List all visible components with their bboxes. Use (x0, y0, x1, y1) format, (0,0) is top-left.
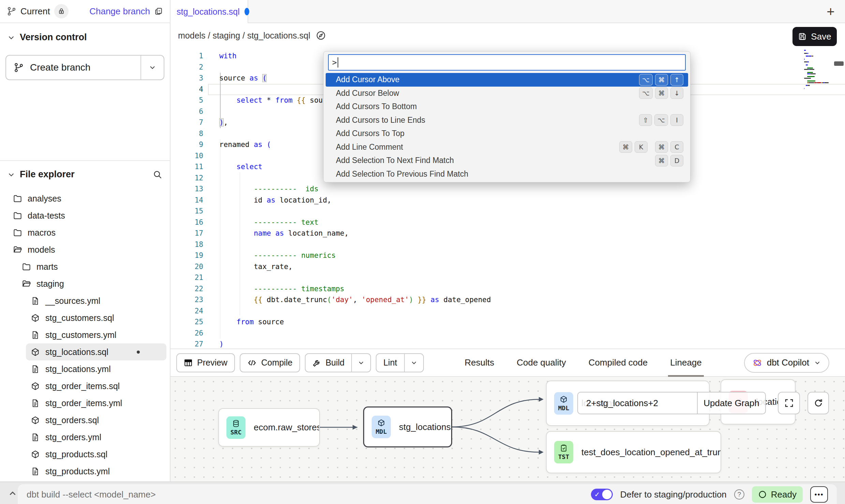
lineage-node-test[interactable]: TST test_does_location_opened_at_trunc_t… (546, 431, 721, 473)
file-item-stg-customers-sql[interactable]: stg_customers.sql (26, 309, 166, 326)
copy-icon[interactable] (154, 7, 163, 16)
fullscreen-button[interactable] (778, 392, 800, 414)
command-palette: > Add Cursor Above⌥⌘↑Add Cursor Below⌥⌘↓… (323, 51, 691, 182)
build-button[interactable]: Build (305, 353, 371, 372)
wrench-icon (312, 358, 321, 367)
change-branch-link[interactable]: Change branch (89, 6, 150, 17)
git-branch-icon (7, 6, 16, 16)
file-item-analyses[interactable]: analyses (8, 190, 166, 207)
search-icon[interactable] (153, 170, 162, 179)
preview-button[interactable]: Preview (176, 353, 235, 372)
cube-icon (31, 347, 40, 357)
fullscreen-icon (784, 398, 794, 408)
file-item-stg-products-sql[interactable]: stg_products.sql (26, 446, 166, 463)
table-icon (184, 358, 193, 367)
cube-icon (31, 313, 40, 323)
file-item-stg-order-items-sql[interactable]: stg_order_items.sql (26, 377, 166, 395)
lint-button[interactable]: Lint (376, 353, 424, 372)
key-↓: ↓ (670, 87, 683, 99)
refresh-icon (813, 398, 824, 408)
update-graph-button[interactable]: Update Graph (698, 392, 765, 414)
document-icon (31, 399, 40, 408)
clipboard-check-icon (560, 444, 568, 452)
tab-compiled-code[interactable]: Compiled code (589, 349, 648, 377)
tab-results[interactable]: Results (465, 349, 494, 377)
lineage-node-source[interactable]: SRC ecom.raw_stores (218, 408, 320, 447)
more-button[interactable]: ••• (810, 486, 828, 503)
file-item-staging[interactable]: staging (17, 275, 166, 292)
tab-lineage[interactable]: Lineage (670, 349, 702, 377)
save-button[interactable]: Save (792, 27, 837, 46)
model-badge: MDL (372, 416, 391, 438)
tab-code-quality[interactable]: Code quality (517, 349, 566, 377)
command-palette-input[interactable]: > (328, 54, 686, 71)
cube-icon (31, 416, 40, 425)
document-icon (31, 365, 40, 374)
refresh-button[interactable] (807, 392, 829, 414)
command-item-add-cursors-to-top[interactable]: Add Cursors To Top (326, 127, 688, 140)
build-dropdown[interactable] (351, 354, 370, 372)
file-item-marts[interactable]: marts (17, 258, 166, 275)
key-⌘: ⌘ (655, 141, 668, 153)
tab-strip (171, 0, 845, 23)
dbt-copilot-button[interactable]: dbt Copilot (744, 353, 829, 373)
version-control-section: Version control Create branch (0, 23, 170, 80)
defer-label: Defer to staging/production (620, 489, 727, 500)
file-explorer-section: File explorer analysesdata-testsmacrosmo… (0, 160, 170, 481)
minimap[interactable] (802, 48, 833, 92)
file-item-stg-locations-yml[interactable]: stg_locations.yml (26, 360, 166, 377)
file-item-stg-customers-yml[interactable]: stg_customers.yml (26, 326, 166, 343)
defer-toggle[interactable]: ✓ (591, 489, 613, 500)
file-item-stg-order-items-yml[interactable]: stg_order_items.yml (26, 395, 166, 412)
command-placeholder: dbt build --select <model_name> (27, 489, 156, 500)
command-item-add-line-comment[interactable]: Add Line Comment⌘K⌘C (326, 140, 688, 154)
branch-header: Current Change branch (0, 0, 170, 23)
file-item--sources-yml[interactable]: __sources.yml (26, 292, 166, 309)
file-item-stg-products-yml[interactable]: stg_products.yml (26, 463, 166, 480)
key-⌥: ⌥ (639, 87, 653, 99)
command-item-add-cursors-to-line-ends[interactable]: Add Cursors to Line Ends⇧⌥I (326, 114, 688, 127)
create-branch-label: Create branch (30, 62, 90, 73)
document-icon (31, 467, 40, 476)
git-branch-icon (14, 62, 24, 73)
lineage-canvas[interactable]: SRC ecom.raw_stores MDL stg_locations MD… (171, 377, 845, 481)
new-tab-button[interactable]: + (822, 3, 840, 20)
database-icon (232, 419, 240, 428)
command-item-add-cursor-below[interactable]: Add Cursor Below⌥⌘↓ (326, 87, 688, 100)
key-C: C (670, 141, 683, 153)
command-item-add-cursor-above[interactable]: Add Cursor Above⌥⌘↑ (326, 73, 688, 87)
lineage-selector-input[interactable]: 2+stg_locations+2 (578, 392, 698, 414)
key-K: K (635, 141, 648, 153)
lint-dropdown[interactable] (404, 354, 423, 372)
chevron-up-icon[interactable] (8, 488, 18, 499)
file-item-data-tests[interactable]: data-tests (8, 207, 166, 224)
folder-icon (22, 262, 31, 271)
lineage-node-stg-locations[interactable]: MDL stg_locations (363, 406, 452, 447)
scrollbar-handle[interactable] (834, 61, 844, 66)
compile-button[interactable]: Compile (240, 353, 300, 372)
file-item-stg-orders-yml[interactable]: stg_orders.yml (26, 429, 166, 446)
cube-icon (560, 395, 568, 403)
folder-icon (13, 228, 22, 237)
file-item-models[interactable]: models (8, 241, 166, 258)
file-item-stg-orders-sql[interactable]: stg_orders.sql (26, 412, 166, 429)
chevron-down-icon[interactable] (8, 171, 15, 178)
command-item-add-cursors-to-bottom[interactable]: Add Cursors To Bottom (326, 100, 688, 114)
help-icon[interactable]: ? (734, 489, 744, 500)
document-icon (31, 296, 40, 306)
command-item-add-selection-to-previous-find-match[interactable]: Add Selection To Previous Find Match (326, 167, 688, 181)
command-input[interactable]: dbt build --select <model_name> ✓ Defer … (18, 484, 837, 504)
document-icon (31, 433, 40, 442)
create-branch-dropdown[interactable] (140, 56, 164, 79)
file-item-macros[interactable]: macros (8, 224, 166, 241)
lock-icon (54, 4, 69, 18)
command-item-add-selection-to-next-find-match[interactable]: Add Selection To Next Find Match⌘D (326, 154, 688, 167)
file-item-stg-locations-sql[interactable]: stg_locations.sql (26, 343, 166, 360)
unsaved-dot-icon (244, 8, 249, 15)
breadcrumb: models / staging / stg_locations.sql (178, 31, 310, 41)
create-branch-button[interactable]: Create branch (5, 55, 164, 80)
tab-stg-locations[interactable]: stg_locations.sql (171, 0, 248, 23)
compass-icon[interactable] (316, 30, 326, 41)
command-item-partial[interactable] (326, 181, 688, 182)
chevron-down-icon[interactable] (8, 34, 15, 41)
